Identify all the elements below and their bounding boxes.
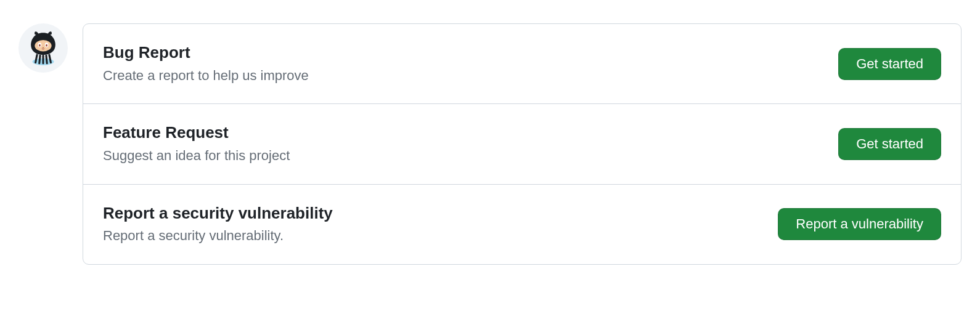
template-description: Suggest an idea for this project — [103, 147, 290, 166]
svg-point-6 — [43, 47, 44, 48]
octocat-icon — [24, 29, 62, 67]
template-text: Bug Report Create a report to help us im… — [103, 42, 309, 85]
template-description: Report a security vulnerability. — [103, 227, 333, 246]
svg-point-1 — [35, 40, 51, 52]
template-title: Bug Report — [103, 42, 309, 63]
template-text: Feature Request Suggest an idea for this… — [103, 123, 290, 165]
template-row-bug-report: Bug Report Create a report to help us im… — [83, 24, 961, 104]
template-title: Report a security vulnerability — [103, 203, 333, 223]
template-text: Report a security vulnerability Report a… — [103, 203, 333, 246]
templates-list: Bug Report Create a report to help us im… — [83, 23, 962, 265]
issue-template-chooser: Bug Report Create a report to help us im… — [18, 23, 962, 265]
svg-point-4 — [39, 44, 41, 47]
report-vulnerability-button[interactable]: Report a vulnerability — [778, 208, 941, 240]
avatar — [18, 23, 68, 73]
get-started-button[interactable]: Get started — [838, 48, 941, 80]
template-row-feature-request: Feature Request Suggest an idea for this… — [83, 104, 961, 184]
template-title: Feature Request — [103, 123, 290, 143]
svg-point-5 — [46, 44, 47, 47]
get-started-button[interactable]: Get started — [838, 128, 941, 160]
template-description: Create a report to help us improve — [103, 66, 309, 86]
template-row-security-vulnerability: Report a security vulnerability Report a… — [83, 185, 961, 264]
